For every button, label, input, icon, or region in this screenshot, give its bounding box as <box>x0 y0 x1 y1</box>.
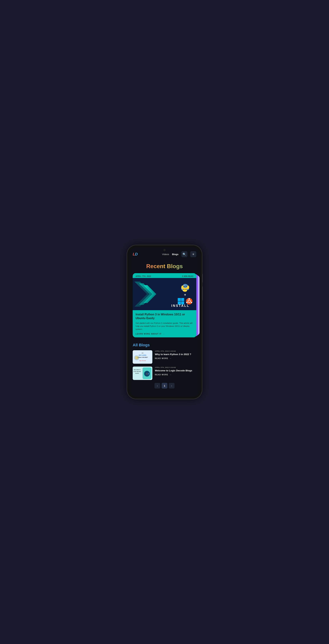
page-1-button[interactable]: 1 <box>162 383 167 388</box>
svg-rect-5 <box>178 298 181 301</box>
logo-letter-d: D <box>135 252 137 256</box>
read-more-text-2: READ MORE <box>155 374 168 376</box>
next-page-button[interactable]: › <box>169 383 175 388</box>
svg-point-13 <box>191 302 192 303</box>
arrow-icon: → <box>163 333 165 335</box>
svg-text:</>: </> <box>141 352 144 354</box>
arrow-icon-1: → <box>170 358 172 360</box>
svg-rect-6 <box>181 298 184 301</box>
svg-text:logic Decode: logic Decode <box>139 360 146 361</box>
chevrons-graphic <box>133 278 168 310</box>
windows-icon <box>177 298 185 305</box>
arrow-icon-2: → <box>170 374 172 376</box>
svg-point-12 <box>186 302 188 303</box>
install-icons: + <box>177 284 193 305</box>
learn-more-text: LEARN MORE ABOUT IT <box>136 333 161 335</box>
nav-blogs[interactable]: Blogs <box>172 253 178 256</box>
recent-blogs-title: Recent Blogs <box>133 263 196 270</box>
card-body: Install Python 3 in Windows 10/11 or Ubu… <box>133 310 196 338</box>
read-more-2[interactable]: READ MORE → <box>155 374 196 376</box>
featured-read-time: 5 MIN READ <box>182 275 193 277</box>
blog-thumb-svg-1: </> WHY LEARN python 3 IN 2022? logic De… <box>133 350 152 364</box>
python-icon <box>181 284 189 292</box>
svg-point-19 <box>135 356 138 360</box>
phone-screen: L D Videos Blogs 🔍 ☀ Recent Blogs <box>129 247 200 397</box>
blog-info-2: APRIL 5TH, 2022 5:30AM Welcome to Logic … <box>155 366 196 376</box>
blog-list: </> WHY LEARN python 3 IN 2022? logic De… <box>133 350 196 380</box>
theme-toggle-button[interactable]: ☀ <box>190 251 196 257</box>
featured-blog-card[interactable]: APRIL 7TH, 2022 5 MIN READ <box>133 273 196 338</box>
search-icon: 🔍 <box>183 252 186 256</box>
svg-point-3 <box>184 285 184 286</box>
svg-text:LOGIC DECODE: LOGIC DECODE <box>133 371 141 372</box>
svg-text:WHY LEARN: WHY LEARN <box>139 354 146 356</box>
sun-icon: ☀ <box>192 252 195 256</box>
blog-title-1: Why to learn Python 3 in 2022 ? <box>155 353 196 356</box>
featured-date: APRIL 7TH, 2022 <box>136 275 151 277</box>
read-more-1[interactable]: READ MORE → <box>155 358 196 360</box>
nav-videos[interactable]: Videos <box>162 253 169 256</box>
nav-links: Videos Blogs 🔍 ☀ <box>162 251 196 257</box>
blog-item-2[interactable]: WELCOME TO LOGIC DECODE BLOGS L D APRIL … <box>133 366 196 380</box>
featured-card-stack: APRIL 7TH, 2022 5 MIN READ <box>133 273 196 338</box>
svg-text:BLOGS: BLOGS <box>135 373 139 374</box>
svg-point-11 <box>189 298 190 299</box>
camera-notch <box>163 249 166 251</box>
svg-point-4 <box>186 290 187 290</box>
pagination: ‹ 1 › <box>133 380 196 390</box>
svg-text:WELCOME TO: WELCOME TO <box>134 369 141 370</box>
ubuntu-icon <box>186 298 193 305</box>
card-meta: APRIL 7TH, 2022 5 MIN READ <box>133 273 196 278</box>
os-icons <box>177 298 193 305</box>
logo-letter-l: L <box>133 252 135 256</box>
all-blogs-title: All Blogs <box>133 343 196 348</box>
blog-thumb-1: </> WHY LEARN python 3 IN 2022? logic De… <box>133 350 152 364</box>
learn-more-link[interactable]: LEARN MORE ABOUT IT → <box>136 333 193 335</box>
blog-item-1[interactable]: </> WHY LEARN python 3 IN 2022? logic De… <box>133 350 196 364</box>
page-content[interactable]: Recent Blogs APRIL 7TH, 2022 5 MIN READ <box>129 260 200 397</box>
svg-text:D: D <box>148 373 149 375</box>
blog-date-1: APRIL 6TH, 2022 5:30AM <box>155 350 196 352</box>
plus-sign: + <box>184 293 186 297</box>
blog-thumb-svg-2: WELCOME TO LOGIC DECODE BLOGS L D <box>133 366 152 380</box>
logo[interactable]: L D <box>133 252 137 256</box>
prev-page-button[interactable]: ‹ <box>154 383 160 388</box>
blog-info-1: APRIL 6TH, 2022 5:30AM Why to learn Pyth… <box>155 350 196 360</box>
phone-frame: L D Videos Blogs 🔍 ☀ Recent Blogs <box>127 245 202 399</box>
read-more-text-1: READ MORE <box>155 358 168 360</box>
blog-thumb-2: WELCOME TO LOGIC DECODE BLOGS L D <box>133 366 152 380</box>
search-button[interactable]: 🔍 <box>181 251 187 257</box>
featured-card-image: + <box>133 278 196 310</box>
svg-text:L: L <box>146 373 148 375</box>
featured-card-title: Install Python 3 in Windows 10/11 or Ubu… <box>136 313 193 320</box>
install-label: INSTALL <box>164 304 196 308</box>
blog-date-2: APRIL 5TH, 2022 5:30AM <box>155 366 196 368</box>
featured-card-desc: Get started with our Python 3 installati… <box>136 322 193 331</box>
blog-title-2: Welcome to Logic Decode Blogs <box>155 369 196 372</box>
